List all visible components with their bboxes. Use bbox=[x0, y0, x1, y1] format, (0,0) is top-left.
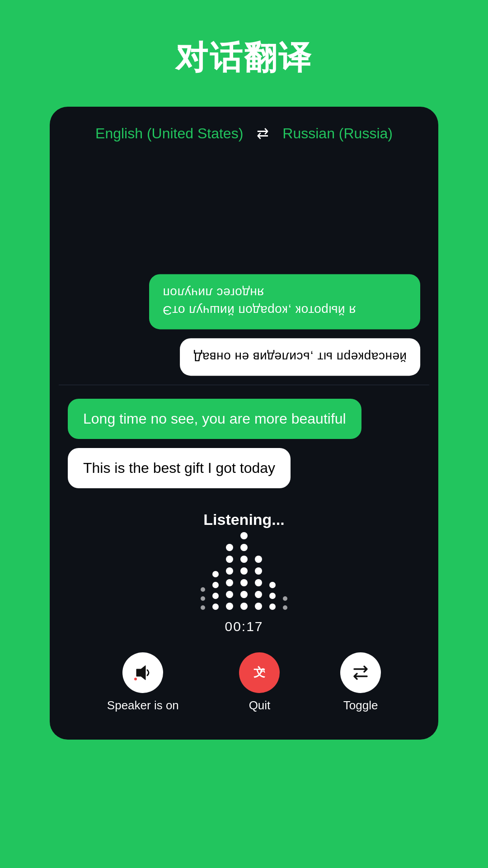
dot bbox=[201, 605, 205, 610]
dot bbox=[226, 544, 233, 551]
russian-bubble-white: Давно не виделись, ты прекрасней bbox=[180, 338, 420, 376]
wave-col-5 bbox=[255, 556, 262, 610]
translate-icon: 文 A bbox=[249, 663, 269, 683]
language-header: English (United States) ⇄ Russian (Russi… bbox=[50, 125, 438, 156]
russian-bubble-green: Это лучший подарок, который я получил се… bbox=[149, 274, 420, 329]
speaker-icon bbox=[133, 663, 153, 683]
speaker-button[interactable] bbox=[122, 652, 163, 693]
dot bbox=[212, 604, 219, 610]
dot bbox=[255, 556, 262, 563]
toggle-button[interactable] bbox=[340, 652, 381, 693]
app-title: 对话翻译 bbox=[175, 36, 313, 80]
dot bbox=[255, 591, 262, 598]
wave-col-4 bbox=[240, 532, 248, 610]
wave-col-2 bbox=[212, 571, 219, 610]
quit-label: Quit bbox=[249, 698, 271, 712]
svg-text:A: A bbox=[261, 667, 265, 674]
dot bbox=[255, 579, 262, 586]
dot bbox=[240, 567, 248, 575]
dot bbox=[212, 571, 219, 577]
wave-col-1 bbox=[201, 587, 205, 610]
toggle-label: Toggle bbox=[343, 698, 378, 712]
quit-control[interactable]: 文 A Quit bbox=[239, 652, 280, 712]
dot bbox=[201, 596, 205, 601]
timer-display: 00:17 bbox=[225, 619, 263, 634]
dot bbox=[269, 582, 276, 588]
dot bbox=[240, 532, 248, 539]
dot bbox=[226, 603, 233, 610]
toggle-icon bbox=[351, 663, 371, 683]
dot bbox=[226, 567, 233, 575]
dot bbox=[240, 556, 248, 563]
wave-col-3 bbox=[226, 544, 233, 610]
quit-button[interactable]: 文 A bbox=[239, 652, 280, 693]
target-language[interactable]: Russian (Russia) bbox=[282, 125, 393, 142]
dot bbox=[255, 603, 262, 610]
main-card: English (United States) ⇄ Russian (Russi… bbox=[50, 107, 438, 740]
dot bbox=[283, 605, 287, 610]
dot bbox=[240, 591, 248, 598]
dot bbox=[255, 567, 262, 575]
speaker-label: Speaker is on bbox=[107, 698, 179, 712]
dot bbox=[201, 587, 205, 592]
english-bubble-green: Long time no see, you are more beautiful bbox=[68, 399, 361, 439]
chat-lower: Long time no see, you are more beautiful… bbox=[50, 385, 438, 497]
dot bbox=[240, 579, 248, 586]
speaker-control[interactable]: Speaker is on bbox=[107, 652, 179, 712]
dot bbox=[226, 579, 233, 586]
svg-point-1 bbox=[134, 678, 137, 680]
dot bbox=[240, 603, 248, 610]
source-language[interactable]: English (United States) bbox=[95, 125, 243, 142]
listening-label: Listening... bbox=[203, 511, 284, 528]
dot bbox=[269, 593, 276, 599]
listening-section: Listening... bbox=[50, 497, 438, 639]
svg-marker-0 bbox=[136, 665, 145, 680]
dot bbox=[212, 582, 219, 588]
waveform bbox=[192, 538, 296, 610]
wave-col-7 bbox=[283, 596, 287, 610]
toggle-control[interactable]: Toggle bbox=[340, 652, 381, 712]
dot bbox=[240, 544, 248, 551]
bottom-controls: Speaker is on 文 A Quit Toggle bbox=[50, 643, 438, 717]
wave-col-6 bbox=[269, 582, 276, 610]
chat-upper: Это лучший подарок, который я получил се… bbox=[50, 156, 438, 385]
dot bbox=[226, 556, 233, 563]
dot bbox=[269, 604, 276, 610]
swap-icon[interactable]: ⇄ bbox=[257, 125, 269, 142]
dot bbox=[283, 596, 287, 601]
english-bubble-white: This is the best gift I got today bbox=[68, 448, 291, 488]
dot bbox=[226, 591, 233, 598]
dot bbox=[212, 593, 219, 599]
